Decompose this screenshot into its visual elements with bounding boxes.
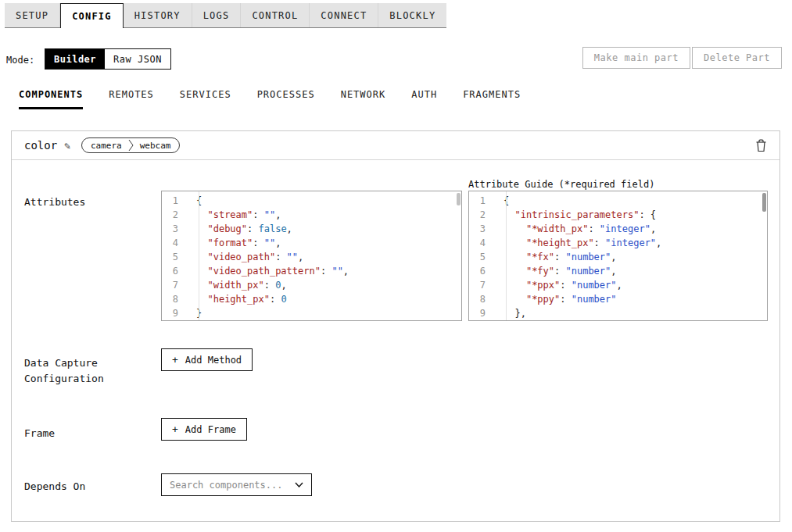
code-line: 4 "format": "",	[162, 236, 461, 250]
line-number: 1	[162, 194, 188, 208]
delete-part-button[interactable]: Delete Part	[692, 47, 782, 69]
component-card-header: color ✎ camera webcam	[12, 131, 779, 160]
attribute-guide-editor[interactable]: 1{2 "intrinsic_parameters": {3 "*width_p…	[468, 191, 768, 321]
mode-label: Mode:	[6, 55, 34, 66]
main-tabbar: SETUP CONFIG HISTORY LOGS CONTROL CONNEC…	[5, 3, 446, 28]
code-line: 8 "*ppy": "number"	[469, 292, 767, 306]
line-number: 4	[162, 236, 188, 250]
config-subnav: COMPONENTS REMOTES SERVICES PROCESSES NE…	[19, 89, 521, 109]
line-number: 5	[469, 250, 496, 264]
tab-logs[interactable]: LOGS	[192, 3, 242, 27]
data-capture-label: Data Capture Configuration	[24, 355, 149, 387]
component-card: color ✎ camera webcam Attributes 1{2 "st…	[11, 130, 780, 522]
editor-gutter-divider	[506, 191, 507, 320]
subnav-components[interactable]: COMPONENTS	[19, 89, 83, 109]
line-number: 9	[162, 306, 188, 320]
depends-on-placeholder: Search components...	[170, 480, 283, 491]
breadcrumb-type: camera	[91, 141, 122, 151]
code-line: 7 "width_px": 0,	[162, 278, 461, 292]
pencil-icon[interactable]: ✎	[64, 141, 70, 151]
depends-on-label: Depends On	[24, 479, 85, 495]
chevron-right-icon	[128, 139, 134, 152]
code-line: 2 "stream": "",	[162, 208, 461, 222]
line-number: 8	[162, 292, 188, 306]
code-line: 3 "*width_px": "integer",	[469, 222, 767, 236]
frame-label: Frame	[24, 426, 55, 441]
line-number: 6	[469, 264, 496, 278]
tab-history[interactable]: HISTORY	[124, 3, 192, 27]
tab-setup[interactable]: SETUP	[5, 3, 60, 27]
line-number: 4	[469, 236, 496, 250]
line-number: 1	[469, 194, 496, 208]
subnav-network[interactable]: NETWORK	[341, 89, 386, 109]
line-number: 7	[162, 278, 188, 292]
line-number: 8	[469, 292, 496, 306]
attribute-guide-label: Attribute Guide (*required field)	[468, 177, 654, 192]
attributes-json-editor[interactable]: 1{2 "stream": "",3 "debug": false,4 "for…	[161, 191, 462, 321]
breadcrumb: camera webcam	[81, 137, 181, 153]
code-line: 1{	[469, 194, 767, 208]
code-line: 2 "intrinsic_parameters": {	[469, 208, 767, 222]
trash-icon	[755, 139, 767, 152]
depends-on-select[interactable]: Search components...	[161, 473, 312, 496]
code-line: 9}	[162, 306, 461, 320]
tab-connect[interactable]: CONNECT	[310, 3, 378, 27]
editor-scrollbar[interactable]	[762, 193, 766, 212]
line-number: 7	[469, 278, 496, 292]
mode-option-raw-json[interactable]: Raw JSON	[105, 49, 170, 69]
add-method-label: Add Method	[185, 355, 242, 366]
subnav-auth[interactable]: AUTH	[411, 89, 437, 109]
breadcrumb-model: webcam	[140, 141, 171, 151]
code-line: 9 },	[469, 306, 767, 320]
subnav-fragments[interactable]: FRAGMENTS	[463, 89, 521, 109]
mode-option-builder[interactable]: Builder	[45, 49, 105, 69]
code-line: 3 "debug": false,	[162, 222, 461, 236]
add-method-button[interactable]: + Add Method	[161, 348, 253, 371]
add-frame-label: Add Frame	[185, 424, 236, 435]
component-name: color	[24, 139, 57, 152]
attributes-label: Attributes	[24, 195, 85, 210]
code-line: 1{	[162, 194, 461, 208]
code-line: 7 "*ppx": "number",	[469, 278, 767, 292]
add-frame-button[interactable]: + Add Frame	[161, 418, 247, 441]
code-line: 5 "video_path": "",	[162, 250, 461, 264]
code-line: 5 "*fx": "number",	[469, 250, 767, 264]
make-main-part-button[interactable]: Make main part	[582, 47, 690, 69]
line-number: 2	[469, 208, 496, 222]
code-line: 6 "*fy": "number",	[469, 264, 767, 278]
line-number: 5	[162, 250, 188, 264]
subnav-services[interactable]: SERVICES	[180, 89, 231, 109]
editor-scrollbar[interactable]	[457, 193, 461, 205]
line-number: 3	[162, 222, 188, 236]
subnav-remotes[interactable]: REMOTES	[109, 89, 154, 109]
plus-icon: +	[172, 354, 178, 366]
line-number: 2	[162, 208, 188, 222]
code-line: 4 "*height_px": "integer",	[469, 236, 767, 250]
plus-icon: +	[172, 423, 178, 435]
mode-toggle: Builder Raw JSON	[45, 48, 171, 70]
subnav-processes[interactable]: PROCESSES	[257, 89, 315, 109]
line-number: 9	[469, 306, 496, 320]
delete-component-button[interactable]	[755, 139, 767, 152]
line-number: 3	[469, 222, 496, 236]
tab-blockly[interactable]: BLOCKLY	[378, 3, 446, 27]
tab-control[interactable]: CONTROL	[241, 3, 310, 27]
editor-gutter-divider	[199, 191, 199, 320]
chevron-down-icon	[295, 482, 303, 487]
tab-config[interactable]: CONFIG	[60, 3, 124, 28]
line-number: 6	[162, 264, 188, 278]
code-line: 6 "video_path_pattern": "",	[162, 264, 461, 278]
code-line: 8 "height_px": 0	[162, 292, 461, 306]
